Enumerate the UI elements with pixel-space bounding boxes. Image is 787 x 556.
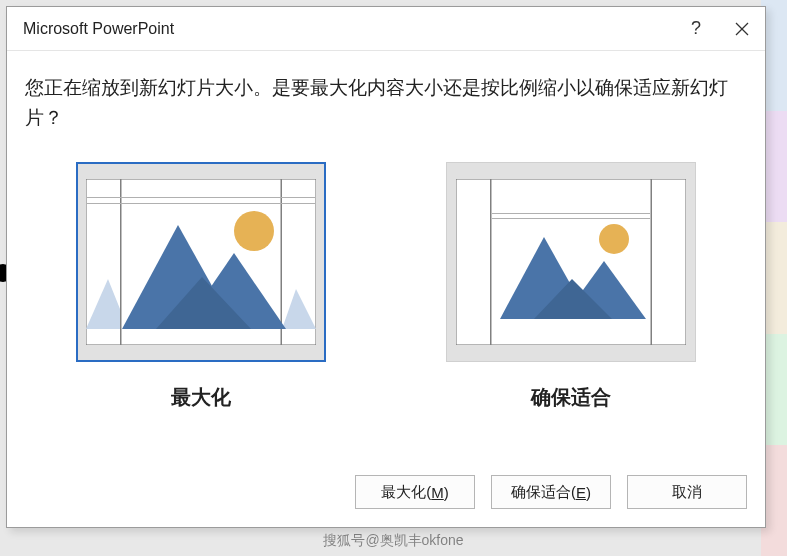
titlebar: Microsoft PowerPoint ? <box>7 7 765 51</box>
dialog-buttons: 最大化(M) 确保适合(E) 取消 <box>7 461 765 527</box>
dialog-content: 您正在缩放到新幻灯片大小。是要最大化内容大小还是按比例缩小以确保适应新幻灯片？ <box>7 51 765 461</box>
option-ensure-fit[interactable]: 确保适合 <box>446 162 696 451</box>
cancel-button[interactable]: 取消 <box>627 475 747 509</box>
option-ensure-fit-label: 确保适合 <box>531 384 611 411</box>
option-maximize[interactable]: 最大化 <box>76 162 326 451</box>
svg-rect-5 <box>87 197 315 198</box>
option-ensure-fit-thumb <box>446 162 696 362</box>
close-icon <box>735 22 749 36</box>
svg-rect-16 <box>492 213 650 214</box>
maximize-button[interactable]: 最大化(M) <box>355 475 475 509</box>
option-maximize-thumb <box>76 162 326 362</box>
svg-rect-6 <box>87 203 315 204</box>
svg-rect-17 <box>492 218 650 219</box>
help-icon: ? <box>691 18 701 39</box>
dialog-title: Microsoft PowerPoint <box>7 20 673 38</box>
close-button[interactable] <box>719 7 765 51</box>
svg-point-9 <box>234 211 274 251</box>
help-button[interactable]: ? <box>673 7 719 51</box>
option-maximize-label: 最大化 <box>171 384 231 411</box>
slide-size-dialog: Microsoft PowerPoint ? 您正在缩放到新幻灯片大小。是要最大… <box>6 6 766 528</box>
options-row: 最大化 <box>25 162 747 451</box>
svg-line-1 <box>736 23 748 35</box>
svg-rect-15 <box>651 179 653 345</box>
ensure-fit-button[interactable]: 确保适合(E) <box>491 475 611 509</box>
watermark-text: 搜狐号@奥凯丰okfone <box>0 532 787 550</box>
svg-point-18 <box>599 224 629 254</box>
dialog-message: 您正在缩放到新幻灯片大小。是要最大化内容大小还是按比例缩小以确保适应新幻灯片？ <box>25 73 747 132</box>
ensure-fit-illustration-icon <box>456 179 686 345</box>
svg-rect-14 <box>490 179 492 345</box>
maximize-illustration-icon <box>86 179 316 345</box>
svg-line-0 <box>736 23 748 35</box>
